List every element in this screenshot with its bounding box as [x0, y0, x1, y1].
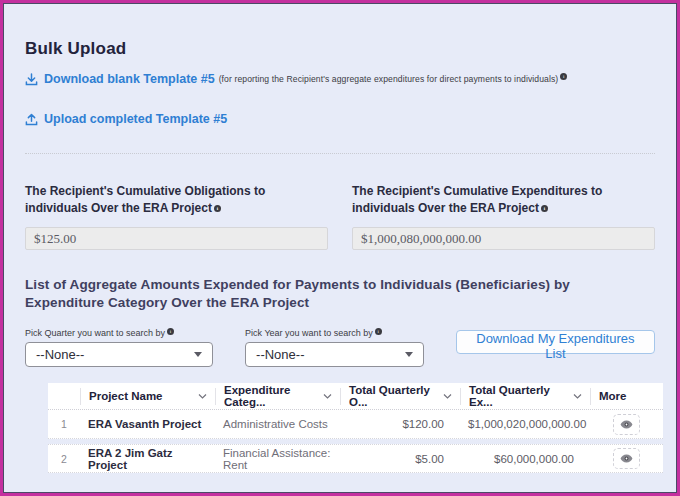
table-row: 1 ERA Vasanth Project Administrative Cos… — [48, 410, 663, 439]
cell-expenditure-category: Administrative Costs — [215, 418, 340, 430]
cumulative-obligations-label: The Recipient's Cumulative Obligations t… — [25, 184, 265, 215]
year-select-value: --None-- — [256, 347, 304, 362]
cumulative-expenditures-input[interactable] — [352, 227, 655, 250]
row-number: 2 — [48, 453, 80, 465]
cumulative-expenditures-label: The Recipient's Cumulative Expenditures … — [352, 184, 602, 215]
page-title: Bulk Upload — [25, 39, 655, 59]
view-row-button[interactable] — [613, 414, 640, 435]
header-total-quarterly-obligations[interactable]: Total Quarterly O... — [340, 388, 460, 405]
row-number: 1 — [48, 418, 80, 430]
quarter-filter-label: Pick Quarter you want to search by — [25, 328, 165, 338]
cumulative-obligations-input[interactable] — [25, 227, 328, 250]
header-row-number — [48, 388, 80, 405]
cell-project-name: ERA 2 Jim Gatz Project — [80, 447, 215, 471]
cell-total-quarterly-expenditures: $60,000,000.00 — [460, 453, 590, 465]
eye-icon — [620, 420, 633, 429]
cell-expenditure-category: Financial Assistance: Rent — [215, 447, 340, 471]
download-note: (for reporting the Recipient's aggregate… — [219, 74, 559, 84]
quarter-filter-group: Pick Quarter you want to search by --Non… — [25, 328, 213, 367]
divider — [25, 153, 655, 154]
cumulative-obligations-field: The Recipient's Cumulative Obligations t… — [25, 184, 328, 250]
upload-icon — [25, 113, 38, 126]
download-template-label: Download blank Template #5 — [44, 72, 215, 86]
sort-chevron-icon[interactable] — [573, 394, 582, 399]
header-expenditure-category[interactable]: Expenditure Categ... — [215, 388, 340, 405]
header-more: More — [590, 388, 663, 405]
download-blank-template-link[interactable]: Download blank Template #5 — [25, 72, 215, 86]
info-icon[interactable] — [375, 328, 382, 335]
info-icon[interactable] — [560, 73, 567, 80]
header-total-quarterly-expenditures[interactable]: Total Quarterly Ex... — [460, 388, 590, 405]
header-project-name[interactable]: Project Name — [80, 388, 215, 405]
list-section-heading: List of Aggregate Amounts Expended for P… — [25, 276, 629, 312]
table-header-row: Project Name Expenditure Categ... Total … — [48, 383, 663, 410]
year-filter-group: Pick Year you want to search by --None-- — [245, 328, 424, 367]
table-row: 2 ERA 2 Jim Gatz Project Financial Assis… — [48, 444, 663, 473]
sort-chevron-icon[interactable] — [323, 394, 332, 399]
expenditures-table: Project Name Expenditure Categ... Total … — [48, 383, 663, 473]
view-row-button[interactable] — [613, 448, 640, 469]
sort-chevron-icon[interactable] — [198, 394, 207, 399]
download-icon — [25, 73, 38, 86]
info-icon[interactable] — [541, 205, 548, 212]
cell-total-quarterly-expenditures: $1,000,020,000,000.00 — [460, 418, 590, 430]
cell-total-quarterly-obligations: $120.00 — [340, 418, 460, 430]
download-expenditures-list-button[interactable]: Download My Expenditures List — [456, 330, 655, 354]
quarter-select[interactable]: --None-- — [25, 342, 213, 367]
bulk-upload-page: Bulk Upload Download blank Template #5 (… — [0, 0, 680, 496]
cumulative-expenditures-field: The Recipient's Cumulative Expenditures … — [352, 184, 655, 250]
upload-completed-template-link[interactable]: Upload completed Template #5 — [25, 112, 227, 126]
sort-chevron-icon[interactable] — [443, 394, 452, 399]
caret-down-icon — [194, 352, 202, 357]
caret-down-icon — [405, 352, 413, 357]
cell-total-quarterly-obligations: $5.00 — [340, 453, 460, 465]
year-filter-label: Pick Year you want to search by — [245, 328, 373, 338]
upload-template-label: Upload completed Template #5 — [44, 112, 227, 126]
quarter-select-value: --None-- — [36, 347, 84, 362]
info-icon[interactable] — [167, 328, 174, 335]
info-icon[interactable] — [214, 205, 221, 212]
eye-icon — [620, 454, 633, 463]
cell-project-name: ERA Vasanth Project — [80, 418, 215, 430]
year-select[interactable]: --None-- — [245, 342, 424, 367]
